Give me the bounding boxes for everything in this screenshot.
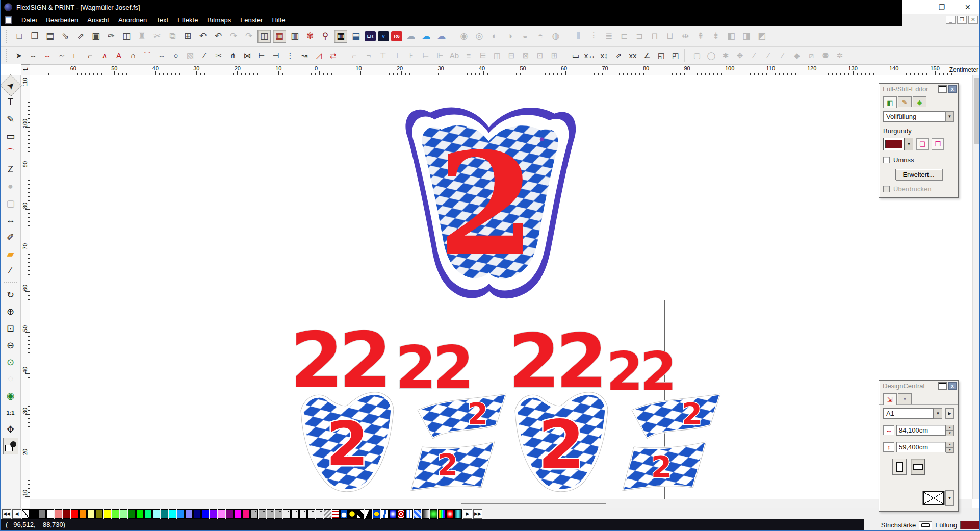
corner-point-button[interactable]: ∟ [70, 49, 82, 62]
width-input[interactable]: 84,100cm [896, 425, 946, 436]
swatch-pale-cyan[interactable] [152, 509, 160, 519]
envelope-dropdown-arrow[interactable]: ▼ [945, 490, 954, 506]
number-group-1[interactable]: 22 [290, 331, 388, 390]
tank-number[interactable]: 2 [437, 121, 535, 287]
swatch-cyan[interactable] [169, 509, 176, 519]
fill-view-toggle[interactable] [3, 438, 18, 454]
plate-number[interactable]: 2 [538, 406, 585, 484]
zoom-swatch-tool[interactable]: ⊙ [3, 354, 18, 370]
page-size-select[interactable]: A1 [883, 408, 934, 419]
current-fill-swatch[interactable] [960, 521, 979, 529]
zoom-out-tool[interactable]: ⊖ [3, 337, 18, 353]
pan-tool[interactable]: ✥ [3, 421, 18, 437]
vertical-scrollbar[interactable] [972, 75, 980, 499]
dimensions-tab[interactable]: ⇲ [883, 393, 897, 405]
swatch-magenta[interactable] [234, 509, 242, 519]
align-top-button[interactable]: ⊏ [617, 30, 631, 43]
stamp-button[interactable]: ♜ [135, 30, 148, 43]
palette-first-button[interactable]: ◀◀ [2, 509, 11, 519]
zoom-refresh-tool[interactable]: ↻ [3, 287, 18, 302]
path-direction-button[interactable]: ↝ [298, 49, 311, 62]
swatch-pale-green[interactable] [120, 509, 127, 519]
center-page-h-button[interactable]: ⇹ [679, 30, 692, 43]
align-left-button[interactable]: ⫴ [572, 30, 585, 43]
align-points-h-button[interactable]: ⊢ [255, 49, 268, 62]
measure-angle-button[interactable]: ◿ [313, 49, 325, 62]
fill-color-swatch[interactable] [883, 138, 905, 150]
open-button[interactable]: ❒ [28, 30, 41, 43]
text-align-bottom-button[interactable]: ⊥ [391, 49, 403, 62]
color-palette-button[interactable]: ✾ [303, 30, 317, 43]
swatch-pattern-red-stripes[interactable] [332, 509, 340, 519]
rl6-badge-button[interactable]: R6 [391, 31, 402, 41]
zoom-objects-tool[interactable]: ◉ [3, 388, 18, 403]
bridge-button[interactable]: ⌢ [156, 49, 168, 62]
design-central-titlebar[interactable]: DesignCentral x [879, 381, 958, 391]
swatch-gradient-rainbow[interactable] [438, 509, 446, 519]
menu-datei[interactable]: Datei [17, 15, 41, 25]
center-page-v-button[interactable]: ⇞ [694, 30, 707, 43]
palette-last-button[interactable]: ▶▶ [473, 509, 482, 519]
cut-button[interactable]: ✂ [150, 30, 164, 43]
swatch-violet[interactable] [210, 509, 217, 519]
swingarm-upper-left[interactable]: 2 [418, 394, 506, 439]
magic-wand-button[interactable]: ✱ [719, 49, 732, 62]
export-button[interactable]: ⇗ [74, 30, 87, 43]
decal-set-graphic[interactable]: 2 2 2 2 2 [292, 388, 731, 494]
align-bottom-button[interactable]: ⊓ [648, 30, 661, 43]
text-align-top-button[interactable]: ⊤ [377, 49, 389, 62]
silhouette-button[interactable]: ⚉ [819, 49, 832, 62]
swatch-spot-gray-2[interactable] [259, 509, 266, 519]
copy-fill-to-stroke-button[interactable]: ❏ [916, 138, 929, 150]
text-baseline-button[interactable]: Ab [448, 49, 460, 62]
eyedropper-tool[interactable]: ✐ [3, 229, 18, 245]
text-align-right-button[interactable]: ¬ [363, 49, 375, 62]
swatch-pattern-cloud-blue[interactable] [340, 509, 348, 519]
swingarm-upper-right[interactable]: 2 [632, 394, 720, 439]
swatch-spring-green[interactable] [144, 509, 152, 519]
swatch-pattern-star-blue[interactable] [373, 509, 380, 519]
swatch-spot-light-3[interactable] [299, 509, 307, 519]
swatch-pattern-black-diamond[interactable] [356, 509, 364, 519]
align-right-button[interactable]: ≣ [602, 30, 615, 43]
distortion-tool[interactable]: Z [3, 162, 18, 178]
height-stepper[interactable]: ▲▼ [946, 442, 954, 452]
menu-ansicht[interactable]: Ansicht [83, 15, 114, 25]
swatch-gradient-radial-green[interactable] [430, 509, 437, 519]
swatch-orange[interactable] [79, 509, 87, 519]
text-frame-button[interactable]: ⊟ [505, 49, 518, 62]
mask-lasso-button[interactable]: ◯ [705, 49, 717, 62]
vinyl-spectrum-button[interactable]: V [378, 31, 389, 41]
add-point-button[interactable]: ⌣ [41, 49, 54, 62]
swatch-gray[interactable] [38, 509, 46, 519]
swatch-spot-light-2[interactable] [291, 509, 299, 519]
text-wrap-button[interactable]: ⊞ [548, 49, 560, 62]
swatch-pattern-stripes-blue[interactable] [405, 509, 413, 519]
space-evenly-v-button[interactable]: ◧ [725, 30, 738, 43]
print-cut-button[interactable]: ◫ [120, 30, 133, 43]
swatch-spot-gray-3[interactable] [267, 509, 274, 519]
find-color-button[interactable]: ⚲ [319, 30, 332, 43]
swatch-green[interactable] [136, 509, 144, 519]
design-canvas[interactable]: 2 22 22 22 22 2 2 2 [30, 75, 972, 499]
swatch-deep-pink[interactable] [242, 509, 250, 519]
swatch-spot-light-5[interactable] [316, 509, 323, 519]
zoom-in-tool[interactable]: ⊕ [3, 304, 18, 319]
slant-3-button[interactable]: ∕ [777, 49, 789, 62]
swap-fill-stroke-button[interactable]: ❐ [932, 138, 944, 150]
effect-tab[interactable]: ◆ [913, 96, 926, 107]
panel-number[interactable]: 2 [651, 450, 672, 485]
text-justify-button[interactable]: ≡ [462, 49, 475, 62]
page-tab[interactable]: ▫ [898, 393, 912, 404]
mask-rect-button[interactable]: ▢ [691, 49, 703, 62]
cloud-upload-button[interactable]: ☁ [420, 30, 433, 43]
zoom-1to1-tool[interactable]: 1:1 [3, 404, 18, 420]
swatch-pattern-white-arrow[interactable] [365, 509, 372, 519]
swatch-dodger-blue[interactable] [177, 509, 185, 519]
swatch-spot-light-1[interactable] [283, 509, 291, 519]
text-center-h-button[interactable]: ⊦ [405, 49, 418, 62]
panel-rollup-button[interactable] [938, 85, 947, 93]
swatch-pattern-yellow-hexagon[interactable] [348, 509, 356, 519]
swatch-dark-red[interactable] [63, 509, 70, 519]
dimension-y-button[interactable]: x↕ [598, 49, 610, 62]
